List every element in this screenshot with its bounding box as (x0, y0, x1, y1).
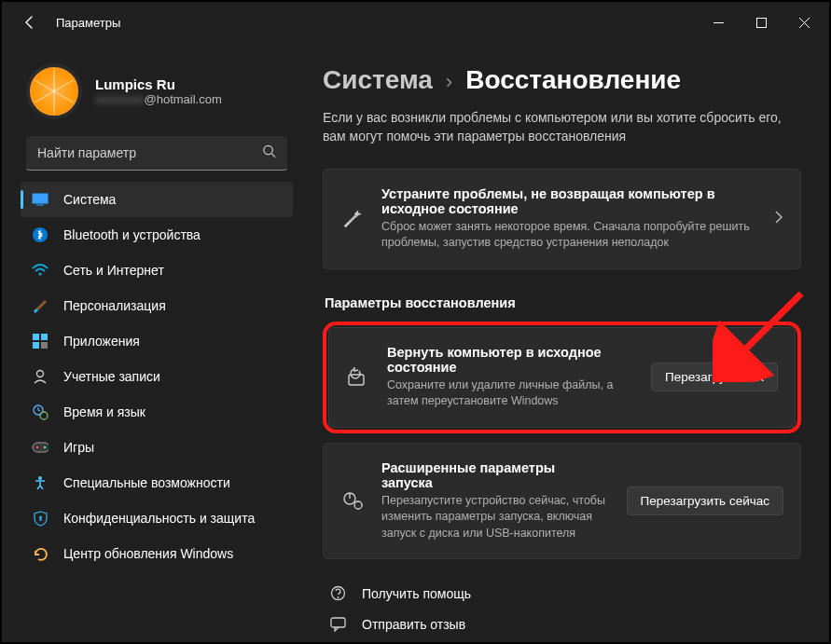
svg-point-14 (37, 371, 44, 377)
annotation-highlight: Вернуть компьютер в исходное состояние С… (323, 322, 801, 433)
reset-pc-button[interactable]: Перезагрузка ПК (651, 363, 778, 391)
avatar (26, 63, 82, 119)
help-icon (328, 585, 347, 601)
minimize-button[interactable] (697, 7, 740, 37)
svg-rect-10 (33, 334, 39, 340)
svg-rect-1 (756, 18, 766, 27)
nav-label: Bluetooth и устройства (63, 227, 201, 242)
reset-icon (346, 367, 370, 388)
sidebar: Lumpics Ru xxxxxxx@hotmail.com Система B… (2, 43, 300, 642)
nav-item-accounts[interactable]: Учетные записи (21, 359, 293, 394)
svg-line-5 (271, 154, 275, 158)
card-title: Вернуть компьютер в исходное состояние (387, 345, 634, 375)
account-name: Lumpics Ru (95, 76, 222, 92)
page-description: Если у вас возникли проблемы с компьютер… (323, 108, 789, 146)
nav-item-network[interactable]: Сеть и Интернет (21, 253, 293, 288)
nav-label: Сеть и Интернет (63, 263, 164, 278)
maximize-button[interactable] (740, 7, 783, 37)
paintbrush-icon (32, 297, 48, 314)
nav-label: Конфиденциальность и защита (63, 511, 255, 526)
minimize-icon (713, 18, 724, 28)
apps-icon (32, 333, 48, 349)
update-icon (32, 545, 48, 562)
link-label: Получить помощь (362, 586, 471, 601)
main-content: Система › Восстановление Если у вас возн… (300, 43, 829, 642)
svg-rect-7 (36, 204, 44, 206)
nav-item-time-language[interactable]: Время и язык (21, 394, 293, 430)
nav-label: Время и язык (63, 404, 145, 419)
svg-point-18 (36, 446, 38, 448)
accessibility-icon (32, 474, 48, 491)
svg-point-9 (38, 272, 41, 275)
give-feedback-link[interactable]: Отправить отзыв (323, 609, 801, 639)
nav-item-privacy[interactable]: Конфиденциальность и защита (21, 500, 293, 536)
svg-rect-17 (33, 443, 48, 452)
restart-now-button[interactable]: Перезагрузить сейчас (627, 486, 783, 515)
svg-point-16 (40, 412, 48, 419)
link-label: Отправить отзыв (362, 617, 465, 632)
svg-rect-29 (331, 618, 345, 627)
svg-rect-6 (33, 194, 48, 204)
display-icon (32, 191, 48, 208)
nav-label: Система (63, 192, 116, 207)
nav-label: Игры (63, 440, 94, 455)
maximize-icon (756, 18, 767, 28)
svg-point-19 (44, 446, 46, 448)
bluetooth-icon (32, 226, 48, 243)
close-button[interactable] (783, 7, 825, 37)
nav-item-personalization[interactable]: Персонализация (21, 288, 293, 323)
troubleshoot-card[interactable]: Устраните проблемы, не возвращая компьют… (323, 169, 801, 269)
svg-point-28 (337, 596, 339, 598)
card-subtitle: Перезапустите устройство сейчас, чтобы и… (381, 493, 610, 542)
svg-rect-22 (39, 518, 41, 521)
nav-label: Приложения (63, 334, 140, 349)
titlebar: Параметры (2, 2, 829, 43)
nav-label: Специальные возможности (63, 475, 230, 490)
nav-item-bluetooth[interactable]: Bluetooth и устройства (21, 217, 293, 253)
nav-item-gaming[interactable]: Игры (21, 430, 293, 465)
svg-point-20 (38, 476, 42, 480)
gamepad-icon (32, 439, 48, 456)
arrow-left-icon (22, 15, 37, 30)
nav-item-accessibility[interactable]: Специальные возможности (21, 465, 293, 500)
svg-point-26 (354, 501, 362, 509)
person-icon (32, 368, 48, 385)
window-title: Параметры (56, 16, 120, 30)
account-email: xxxxxxx@hotmail.com (95, 92, 222, 106)
back-button[interactable] (21, 13, 39, 32)
search-box[interactable] (26, 136, 287, 171)
feedback-icon (328, 616, 347, 632)
nav-label: Учетные записи (63, 369, 160, 384)
recovery-section-title: Параметры восстановления (325, 295, 801, 310)
globe-clock-icon (32, 404, 48, 420)
svg-rect-13 (41, 342, 48, 349)
card-title: Устраните проблемы, не возвращая компьют… (381, 186, 757, 216)
close-icon (799, 18, 810, 28)
reset-pc-card: Вернуть компьютер в исходное состояние С… (328, 327, 796, 428)
search-input[interactable] (26, 136, 287, 170)
shield-icon (32, 510, 48, 527)
nav-label: Персонализация (63, 298, 166, 313)
nav-item-apps[interactable]: Приложения (21, 323, 293, 359)
nav-item-windows-update[interactable]: Центр обновления Windows (21, 536, 293, 571)
get-help-link[interactable]: Получить помощь (323, 578, 801, 609)
nav-item-system[interactable]: Система (21, 182, 293, 217)
nav-label: Центр обновления Windows (63, 546, 233, 561)
chevron-right-icon (774, 210, 783, 228)
wrench-icon (340, 209, 365, 229)
svg-rect-12 (33, 342, 39, 349)
chevron-right-icon: › (446, 70, 452, 94)
account-block[interactable]: Lumpics Ru xxxxxxx@hotmail.com (21, 52, 293, 136)
svg-rect-11 (41, 334, 48, 340)
wifi-icon (32, 262, 48, 279)
card-title: Расширенные параметры запуска (381, 460, 610, 490)
breadcrumb-parent[interactable]: Система (323, 65, 433, 95)
card-subtitle: Сохраните или удалите личные файлы, а за… (387, 377, 634, 410)
power-settings-icon (340, 490, 365, 511)
breadcrumb-current: Восстановление (465, 65, 681, 95)
svg-point-4 (264, 145, 272, 154)
orange-icon (30, 67, 78, 116)
search-icon (262, 144, 276, 162)
nav-list: Система Bluetooth и устройства Сеть и Ин… (21, 182, 293, 571)
card-subtitle: Сброс может занять некоторое время. Снач… (381, 219, 757, 252)
